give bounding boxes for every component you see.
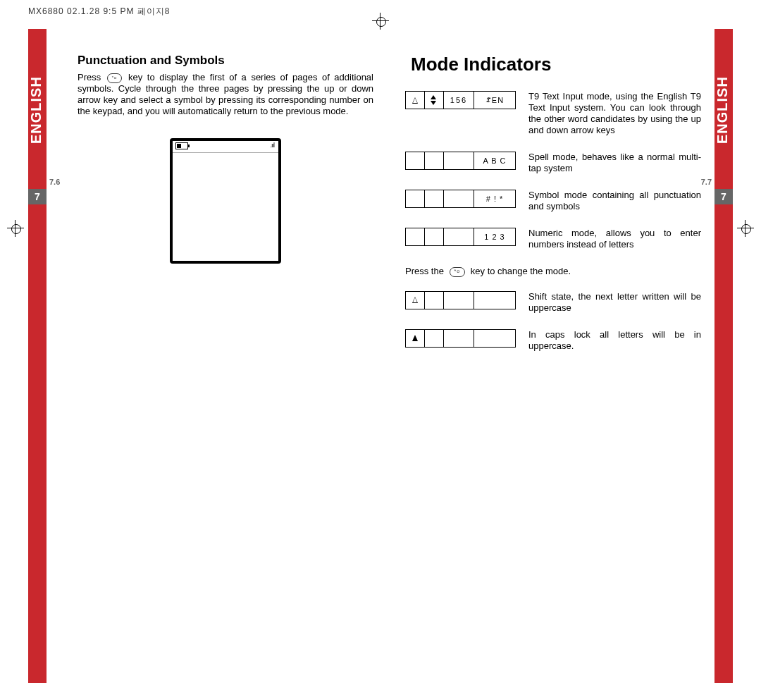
right-column: Mode Indicators 156 𝕿EN T9 Text Input mo… [405, 54, 701, 367]
mode-capslock: In caps lock all letters will be in uppe… [405, 329, 701, 352]
left-page-number: 7.6 [49, 178, 70, 186]
updown-arrow-icon [431, 95, 438, 105]
right-tab: ENGLISH 7 [714, 29, 733, 683]
section-heading: Punctuation and Symbols [78, 54, 373, 68]
page-title: Mode Indicators [411, 54, 701, 75]
mode-abc: A B C Spell mode, behaves like a normal … [405, 152, 701, 174]
right-language-label: ENGLISH [714, 61, 733, 159]
mode-numeric: 1 2 3 Numeric mode, allows you to enter … [405, 228, 701, 250]
registration-mark-right [737, 220, 754, 237]
signal-icon: .ııl [270, 142, 274, 149]
mode-t9: 156 𝕿EN T9 Text Input mode, using the En… [405, 91, 701, 136]
mode-desc: Symbol mode containing all punctuation a… [516, 190, 701, 212]
left-language-label: ENGLISH [28, 61, 47, 159]
mode-desc: T9 Text Input mode, using the English T9… [516, 91, 701, 136]
change-mode-line: Press the *o key to change the mode. [405, 266, 701, 277]
t9-icon: 𝕿 [485, 96, 490, 104]
mode-desc: Numeric mode, allows you to enter number… [516, 228, 701, 250]
registration-mark-left [7, 220, 24, 237]
left-column: Punctuation and Symbols Press *o key to … [78, 54, 373, 264]
mode-symbol: # ! * Symbol mode containing all punctua… [405, 190, 701, 212]
right-chapter-number: 7 [714, 189, 733, 204]
section-body: Press *o key to display the first of a s… [78, 72, 373, 117]
mode-desc: Shift state, the next letter written wil… [516, 291, 701, 314]
mode-desc: Spell mode, behaves like a normal multi-… [516, 152, 701, 174]
mode-shift: Shift state, the next letter written wil… [405, 291, 701, 314]
capslock-arrow-icon [412, 335, 418, 341]
manual-page: MX6880 02.1.28 9:5 PM 페이지8 ENGLISH 7 7.6… [0, 0, 761, 700]
char-count: 156 [444, 92, 474, 109]
registration-mark-top [372, 13, 389, 30]
shift-arrow-icon [412, 297, 418, 303]
left-tab: ENGLISH 7 [28, 29, 47, 683]
phone-screen-illustration: .ııl [170, 138, 281, 264]
print-header: MX6880 02.1.28 9:5 PM 페이지8 [28, 6, 170, 18]
shift-arrow-icon [412, 97, 418, 104]
left-chapter-number: 7 [28, 189, 47, 204]
mode-desc: In caps lock all letters will be in uppe… [516, 329, 701, 352]
key-icon: *o [107, 73, 123, 83]
key-icon: *o [450, 267, 466, 277]
battery-icon [175, 142, 188, 149]
